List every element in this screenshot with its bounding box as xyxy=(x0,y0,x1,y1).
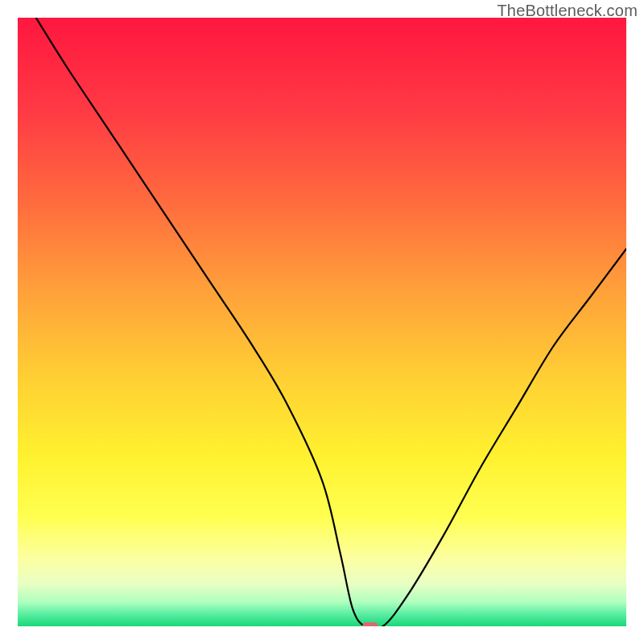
optimal-marker xyxy=(362,622,378,626)
chart-container: TheBottleneck.com xyxy=(0,0,644,644)
plot-area xyxy=(18,18,626,626)
bottleneck-curve xyxy=(36,18,626,626)
curve-layer xyxy=(18,18,626,626)
